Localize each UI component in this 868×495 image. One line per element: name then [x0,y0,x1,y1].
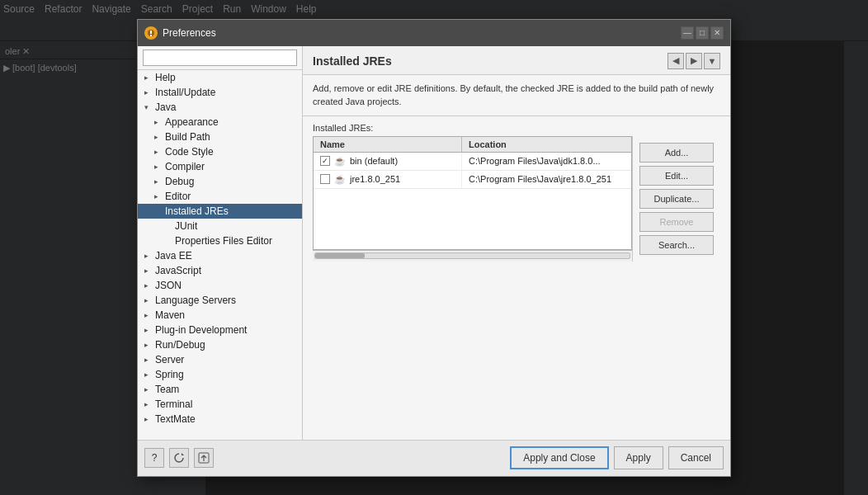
preferences-icon [144,26,158,40]
content-panel: Installed JREs ◀ ▶ ▼ Add, remove or edit… [303,46,730,440]
side-btn-duplicate---[interactable]: Duplicate... [639,189,714,209]
tree-item-editor[interactable]: ▸Editor [138,189,302,204]
jre-cell-name: ✓ ☕ bin (default) [314,153,462,170]
tree-item-build-path[interactable]: ▸Build Path [138,130,302,144]
tree-item-help[interactable]: ▸Help [138,70,302,85]
content-description: Add, remove or edit JRE definitions. By … [303,75,730,116]
tree-arrow: ▸ [144,370,153,379]
tree-item-label: Terminal [155,398,192,410]
tree-arrow: ▸ [154,118,163,126]
tree-item-label: Java EE [155,250,192,262]
content-body: Installed JREs: Name Location Type [303,116,730,440]
jre-table-header: Name Location Type [314,137,631,153]
hscroll-track [314,252,630,259]
col-header-location: Location [462,137,632,152]
tree-item-label: JavaScript [155,265,201,276]
jre-checkbox[interactable]: ✓ [320,156,330,166]
tree-item-run-debug[interactable]: ▸Run/Debug [138,337,302,352]
tree-arrow: ▸ [144,385,153,394]
tree-arrow: ▸ [154,163,163,171]
tree-item-label: Spring [155,369,184,380]
jre-icon: ☕ [333,154,347,167]
forward-button[interactable]: ▶ [686,53,702,69]
tree-item-team[interactable]: ▸Team [138,382,302,397]
minimize-button[interactable]: — [681,26,694,40]
back-button[interactable]: ◀ [668,53,684,69]
tree-item-java-ee[interactable]: ▸Java EE [138,248,302,263]
close-button[interactable]: ✕ [710,26,724,40]
tree-item-label: Java [155,101,176,113]
tree-arrow: ▸ [144,252,153,260]
apply-and-close-button[interactable]: Apply and Close [510,446,608,469]
tree-item-label: TextMate [155,413,196,425]
side-btn-add---[interactable]: Add... [639,143,714,163]
tree-arrow: ▸ [144,266,153,275]
tree-item-label: Code Style [165,146,214,158]
tree-item-label: Team [155,384,179,395]
tree-item-maven[interactable]: ▸Maven [138,308,302,323]
tree-item-label: Plug-in Development [155,324,247,336]
tree-item-junit[interactable]: JUnit [138,219,302,233]
tree-scroll[interactable]: ▸Help▸Install/Update▾Java▸Appearance▸Bui… [138,70,302,440]
tree-item-appearance[interactable]: ▸Appearance [138,115,302,130]
tree-item-label: Compiler [165,161,205,172]
tree-item-code-style[interactable]: ▸Code Style [138,144,302,159]
side-btn-edit---[interactable]: Edit... [639,166,714,186]
table-row[interactable]: ☕ jre1.8.0_251 C:\Program Files\Java\jre… [314,171,631,189]
tree-item-textmate[interactable]: ▸TextMate [138,412,302,427]
apply-button[interactable]: Apply [614,446,663,469]
tree-item-label: Build Path [165,131,210,143]
tree-item-spring[interactable]: ▸Spring [138,367,302,382]
jre-table-body: ✓ ☕ bin (default) C:\Program Files\Java\… [314,153,631,249]
restore-defaults-button[interactable] [169,448,189,468]
jre-cell-location: C:\Program Files\Java\jdk1.8.0... [462,153,631,170]
tree-item-compiler[interactable]: ▸Compiler [138,159,302,174]
tree-item-properties-files-editor[interactable]: Properties Files Editor [138,233,302,248]
help-icon-button[interactable]: ? [144,448,164,468]
tree-arrow: ▸ [144,73,153,82]
svg-rect-1 [150,31,152,34]
tree-arrow: ▾ [144,103,153,111]
tree-item-debug[interactable]: ▸Debug [138,174,302,189]
tree-item-label: Server [155,354,184,365]
jre-table[interactable]: Name Location Type ✓ ☕ bin (default) C:\… [313,136,632,250]
jre-icon: ☕ [333,172,347,186]
content-title: Installed JREs [313,54,392,68]
tree-item-javascript[interactable]: ▸JavaScript [138,263,302,278]
tree-item-terminal[interactable]: ▸Terminal [138,397,302,412]
tree-item-label: JUnit [175,220,197,232]
more-options-button[interactable]: ▼ [704,53,720,69]
tree-arrow: ▸ [144,356,153,364]
tree-arrow: ▸ [154,177,163,186]
jre-checkbox[interactable] [320,174,330,184]
tree-item-plug-in-development[interactable]: ▸Plug-in Development [138,323,302,337]
maximize-button[interactable]: □ [696,26,709,40]
tree-arrow: ▸ [154,192,163,200]
tree-arrow: ▸ [144,400,153,408]
export-button[interactable] [194,448,214,468]
tree-arrow: ▸ [144,311,153,319]
tree-item-installed-jres[interactable]: Installed JREs [138,204,302,219]
dialog-titlebar-buttons: — □ ✕ [681,26,724,40]
table-hscrollbar[interactable] [313,250,632,262]
tree-item-label: Properties Files Editor [175,235,272,247]
tree-panel: ▸Help▸Install/Update▾Java▸Appearance▸Bui… [138,46,303,440]
tree-item-server[interactable]: ▸Server [138,352,302,367]
tree-arrow: ▸ [154,148,163,156]
tree-arrow: ▸ [144,88,153,97]
tree-item-install-update[interactable]: ▸Install/Update [138,85,302,100]
tree-item-java[interactable]: ▾Java [138,100,302,115]
side-buttons: Add...Edit...Duplicate...RemoveSearch... [632,136,720,262]
tree-item-language-servers[interactable]: ▸Language Servers [138,293,302,308]
jre-label: Installed JREs: [313,123,720,133]
tree-arrow: ▸ [144,296,153,304]
side-btn-search---[interactable]: Search... [639,235,714,255]
tree-item-label: JSON [155,280,182,291]
cancel-button[interactable]: Cancel [668,446,724,469]
tree-item-label: Maven [155,309,185,321]
tree-arrow: ▸ [144,326,153,334]
tree-search-input[interactable] [143,50,297,66]
tree-item-json[interactable]: ▸JSON [138,278,302,293]
table-row[interactable]: ✓ ☕ bin (default) C:\Program Files\Java\… [314,153,631,171]
side-btn-remove[interactable]: Remove [639,212,714,232]
